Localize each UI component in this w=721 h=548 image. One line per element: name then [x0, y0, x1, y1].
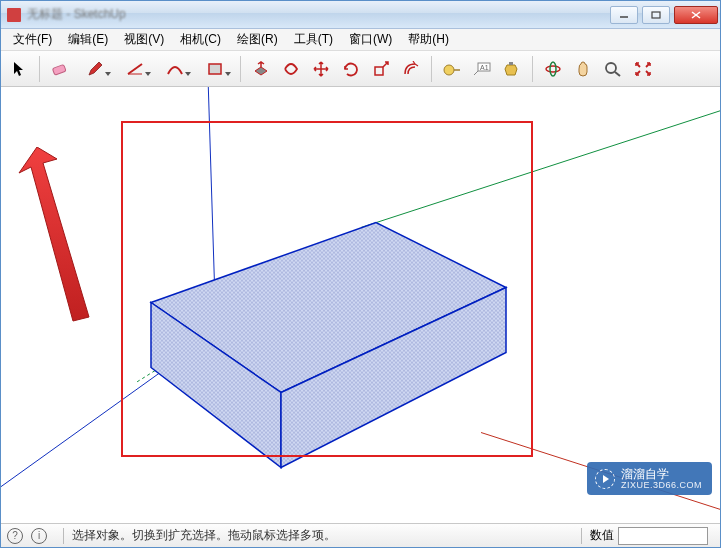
titlebar: 无标题 - SketchUp	[1, 1, 720, 29]
lines-tool[interactable]	[116, 55, 154, 83]
menu-camera[interactable]: 相机(C)	[172, 29, 229, 50]
toolbar-separator	[431, 56, 432, 82]
shapes-tool[interactable]	[196, 55, 234, 83]
eraser-tool[interactable]	[46, 55, 74, 83]
svg-point-13	[606, 63, 616, 73]
zoom-tool[interactable]	[599, 55, 627, 83]
arcs-tool[interactable]	[156, 55, 194, 83]
app-window: 无标题 - SketchUp 文件(F) 编辑(E) 视图(V) 相机(C) 绘…	[0, 0, 721, 548]
statusbar: ? i 选择对象。切换到扩充选择。拖动鼠标选择多项。 数值	[1, 523, 720, 547]
dropdown-arrow-icon	[145, 72, 151, 76]
toolbar-separator	[532, 56, 533, 82]
svg-text:A1: A1	[480, 64, 489, 71]
status-separator	[581, 528, 582, 544]
pencil-tool[interactable]	[76, 55, 114, 83]
viewport[interactable]: 溜溜自学 ZIXUE.3D66.COM	[1, 87, 720, 523]
svg-rect-1	[652, 12, 660, 18]
move-tool[interactable]	[307, 55, 335, 83]
toolbar: A1	[1, 51, 720, 87]
svg-rect-10	[509, 62, 513, 65]
menu-edit[interactable]: 编辑(E)	[60, 29, 116, 50]
title-text: 无标题 - SketchUp	[27, 6, 126, 23]
dropdown-arrow-icon	[185, 72, 191, 76]
menubar: 文件(F) 编辑(E) 视图(V) 相机(C) 绘图(R) 工具(T) 窗口(W…	[1, 29, 720, 51]
menu-file[interactable]: 文件(F)	[5, 29, 60, 50]
watermark: 溜溜自学 ZIXUE.3D66.COM	[587, 462, 712, 495]
scale-tool[interactable]	[367, 55, 395, 83]
svg-point-11	[546, 66, 560, 72]
menu-help[interactable]: 帮助(H)	[400, 29, 457, 50]
svg-rect-4	[52, 64, 66, 75]
dropdown-arrow-icon	[105, 72, 111, 76]
tape-tool[interactable]	[438, 55, 466, 83]
app-icon	[7, 8, 21, 22]
status-message: 选择对象。切换到扩充选择。拖动鼠标选择多项。	[72, 527, 336, 544]
svg-point-7	[444, 65, 454, 75]
pan-tool[interactable]	[569, 55, 597, 83]
toolbar-separator	[39, 56, 40, 82]
menu-draw[interactable]: 绘图(R)	[229, 29, 286, 50]
titlebar-left: 无标题 - SketchUp	[3, 6, 126, 23]
svg-rect-6	[375, 67, 383, 75]
text-tool[interactable]: A1	[468, 55, 496, 83]
dropdown-arrow-icon	[225, 72, 231, 76]
play-icon	[595, 469, 615, 489]
value-input[interactable]	[618, 527, 708, 545]
menu-view[interactable]: 视图(V)	[116, 29, 172, 50]
info-icon[interactable]: i	[31, 528, 47, 544]
paint-tool[interactable]	[498, 55, 526, 83]
status-separator	[63, 528, 64, 544]
svg-rect-5	[209, 64, 221, 74]
maximize-button[interactable]	[642, 6, 670, 24]
offset-tool[interactable]	[397, 55, 425, 83]
menu-window[interactable]: 窗口(W)	[341, 29, 400, 50]
value-label: 数值	[590, 527, 614, 544]
svg-point-12	[550, 62, 556, 76]
followme-tool[interactable]	[277, 55, 305, 83]
model-canvas	[1, 87, 720, 523]
toolbar-separator	[240, 56, 241, 82]
rotate-tool[interactable]	[337, 55, 365, 83]
help-icon[interactable]: ?	[7, 528, 23, 544]
box-object	[151, 223, 506, 468]
orbit-tool[interactable]	[539, 55, 567, 83]
close-button[interactable]	[674, 6, 718, 24]
menu-tools[interactable]: 工具(T)	[286, 29, 341, 50]
select-tool[interactable]	[5, 55, 33, 83]
zoom-extents-tool[interactable]	[629, 55, 657, 83]
pushpull-tool[interactable]	[247, 55, 275, 83]
watermark-sub: ZIXUE.3D66.COM	[621, 481, 702, 491]
green-axis	[361, 98, 720, 228]
window-controls	[610, 6, 718, 24]
minimize-button[interactable]	[610, 6, 638, 24]
